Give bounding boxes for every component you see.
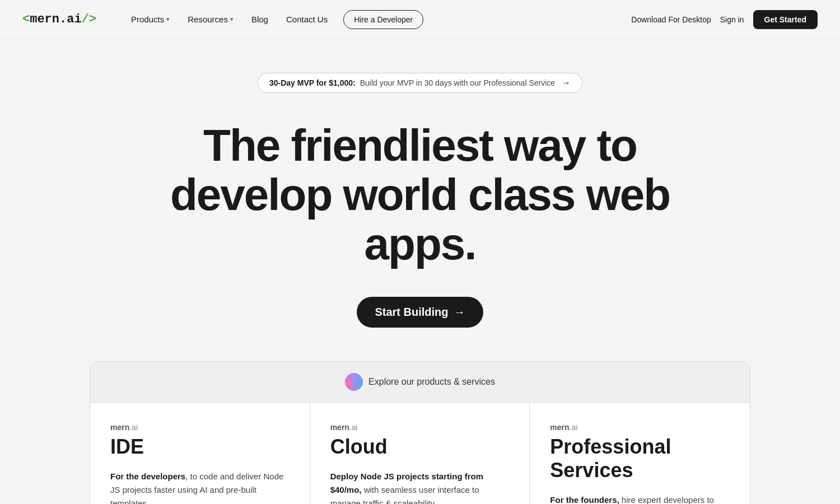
chevron-down-icon: ▾ <box>166 16 170 23</box>
arrow-right-icon: → <box>562 78 571 88</box>
nav-contact[interactable]: Contact Us <box>279 10 334 29</box>
hero-section: 30-Day MVP for $1,000: Build your MVP in… <box>0 39 840 504</box>
card-desc-bold: For the founders, <box>550 495 619 504</box>
nav-blog-label: Blog <box>251 15 268 24</box>
start-building-label: Start Building <box>375 306 448 319</box>
card-brand-bold: mern <box>550 423 569 432</box>
logo-text: mern.ai <box>30 12 81 26</box>
nav-left-links: Products ▾ Resources ▾ Blog Contact Us H… <box>124 10 631 29</box>
card-brand-professional: mern.ai <box>550 423 730 432</box>
card-desc-bold: For the developers <box>110 472 185 481</box>
card-desc-professional: For the founders, hire expert developers… <box>550 493 730 504</box>
product-card-professional: mern.ai Professional Services For the fo… <box>530 403 750 504</box>
product-card-ide: mern.ai IDE For the developers, to code … <box>90 403 310 504</box>
nav-blog[interactable]: Blog <box>245 10 275 29</box>
banner-text: Build your MVP in 30 days with our Profe… <box>360 78 555 87</box>
logo-angle-left: < <box>22 12 30 26</box>
hero-title: The friendliest way to develop world cla… <box>140 121 700 269</box>
hero-banner[interactable]: 30-Day MVP for $1,000: Build your MVP in… <box>258 73 582 93</box>
orb-icon <box>345 373 363 391</box>
card-brand-suffix: .ai <box>129 423 138 432</box>
card-desc-ide: For the developers, to code and deliver … <box>110 470 290 504</box>
logo[interactable]: <mern.ai/> <box>22 12 96 26</box>
card-desc-cloud: Deploy Node JS projects starting from $4… <box>330 470 510 504</box>
card-brand-cloud: mern.ai <box>330 423 510 432</box>
nav-resources-label: Resources <box>188 15 228 24</box>
products-header: Explore our products & services <box>90 362 750 403</box>
products-section: Explore our products & services mern.ai … <box>90 361 750 504</box>
nav-right-links: Download For Desktop Sign in Get Started <box>631 10 818 29</box>
nav-products-label: Products <box>131 15 164 24</box>
card-title-ide: IDE <box>110 435 290 459</box>
product-card-cloud: mern.ai Cloud Deploy Node JS projects st… <box>310 403 530 504</box>
card-title-professional: Professional Services <box>550 435 730 482</box>
card-brand-bold: mern <box>110 423 129 432</box>
card-brand-suffix: .ai <box>349 423 358 432</box>
download-link[interactable]: Download For Desktop <box>631 15 711 24</box>
hero-title-line2: develop world class web apps. <box>170 170 670 269</box>
chevron-down-icon: ▾ <box>230 16 234 23</box>
products-header-text: Explore our products & services <box>368 377 495 387</box>
banner-bold-text: 30-Day MVP for $1,000: <box>269 78 356 87</box>
card-brand-bold: mern <box>330 423 349 432</box>
signin-link[interactable]: Sign in <box>720 15 744 24</box>
nav-resources[interactable]: Resources ▾ <box>181 10 240 29</box>
hero-title-line1: The friendliest way to <box>203 120 637 170</box>
nav-contact-label: Contact Us <box>286 15 328 24</box>
card-brand-suffix: .ai <box>570 423 578 432</box>
nav-products[interactable]: Products ▾ <box>124 10 176 29</box>
logo-angle-right: /> <box>82 12 96 26</box>
hire-developer-button[interactable]: Hire a Developer <box>343 10 423 29</box>
start-building-button[interactable]: Start Building → <box>357 297 483 328</box>
products-cards: mern.ai IDE For the developers, to code … <box>90 403 750 504</box>
card-brand-ide: mern.ai <box>110 423 290 432</box>
card-title-cloud: Cloud <box>330 435 510 459</box>
get-started-button[interactable]: Get Started <box>753 10 818 29</box>
navbar: <mern.ai/> Products ▾ Resources ▾ Blog C… <box>0 0 840 39</box>
arrow-right-icon: → <box>454 306 465 319</box>
